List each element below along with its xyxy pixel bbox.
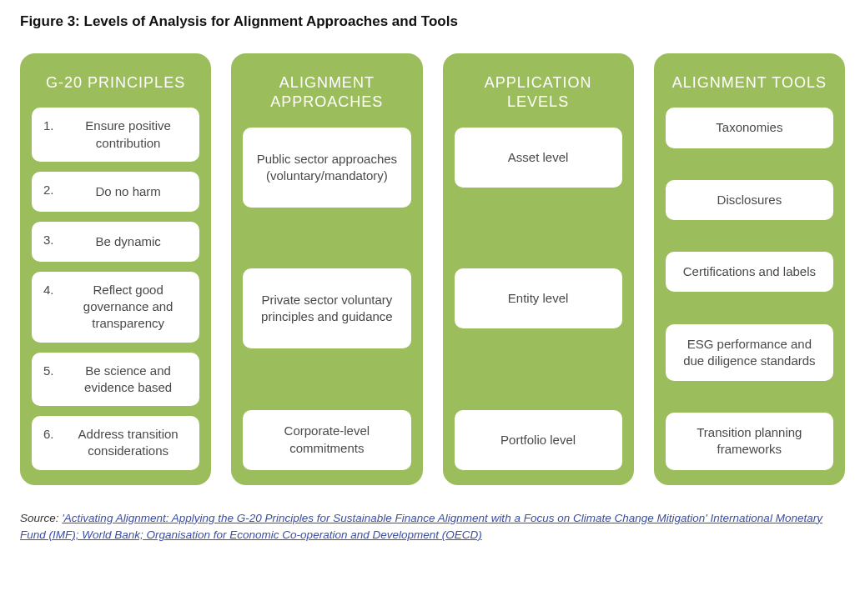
principle-label: Do no harm [65, 183, 191, 200]
columns-container: G-20 PRINCIPLES 1. Ensure positive contr… [20, 53, 845, 485]
principle-card: 3. Be dynamic [32, 222, 199, 262]
column-body-tools: Taxonomies Disclosures Certifications an… [666, 108, 833, 469]
principle-label: Be dynamic [65, 233, 191, 250]
principle-label: Be science and evidence based [65, 363, 191, 397]
figure-title: Figure 3: Levels of Analysis for Alignme… [20, 13, 845, 30]
principle-number: 2. [43, 182, 65, 198]
column-tools: ALIGNMENT TOOLS Taxonomies Disclosures C… [654, 53, 845, 485]
tool-card: Certifications and labels [666, 252, 833, 292]
column-header-approaches: ALIGNMENT APPROACHES [243, 65, 410, 128]
column-header-levels: APPLICATION LEVELS [455, 65, 622, 128]
principle-card: 6. Address transition considerations [32, 416, 199, 470]
principle-number: 3. [43, 232, 65, 248]
principle-number: 1. [43, 118, 65, 134]
tool-card: Taxonomies [666, 108, 833, 148]
level-card: Portfolio level [455, 410, 622, 470]
column-levels: APPLICATION LEVELS Asset level Entity le… [443, 53, 634, 485]
principle-card: 4. Reflect good governance and transpare… [32, 272, 199, 343]
source-citation: Source: 'Activating Alignment: Applying … [20, 510, 845, 544]
tool-card: Disclosures [666, 180, 833, 220]
source-link[interactable]: 'Activating Alignment: Applying the G-20… [20, 512, 822, 541]
column-body-levels: Asset level Entity level Portfolio level [455, 128, 622, 470]
principle-number: 4. [43, 282, 65, 298]
principle-label: Ensure positive contribution [65, 118, 191, 152]
column-principles: G-20 PRINCIPLES 1. Ensure positive contr… [20, 53, 211, 485]
column-body-principles: 1. Ensure positive contribution 2. Do no… [32, 108, 199, 469]
principle-card: 2. Do no harm [32, 172, 199, 212]
column-body-approaches: Public sector approaches (voluntary/mand… [243, 128, 410, 470]
column-header-tools: ALIGNMENT TOOLS [666, 65, 833, 108]
source-lead: Source: [20, 512, 62, 524]
principle-card: 1. Ensure positive contribution [32, 108, 199, 162]
principle-label: Address transition considerations [65, 426, 191, 460]
level-card: Entity level [455, 268, 622, 328]
approach-card: Public sector approaches (voluntary/mand… [243, 128, 410, 208]
approach-card: Private sector voluntary principles and … [243, 268, 410, 348]
principle-number: 6. [43, 426, 65, 443]
tool-card: Transition planning frameworks [666, 413, 833, 470]
column-approaches: ALIGNMENT APPROACHES Public sector appro… [231, 53, 422, 485]
column-header-principles: G-20 PRINCIPLES [32, 65, 199, 108]
principle-number: 5. [43, 363, 65, 379]
approach-card: Corporate-level commitments [243, 410, 410, 470]
level-card: Asset level [455, 128, 622, 188]
principle-card: 5. Be science and evidence based [32, 353, 199, 407]
tool-card: ESG performance and due diligence standa… [666, 324, 833, 382]
principle-label: Reflect good governance and transparency [65, 282, 191, 333]
